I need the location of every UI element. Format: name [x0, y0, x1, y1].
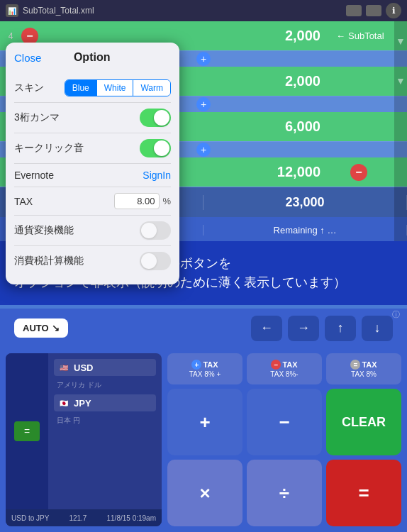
tax-minus-label: TAX: [282, 360, 297, 369]
skin-white-btn[interactable]: White: [97, 80, 134, 96]
info-button[interactable]: ℹ: [386, 3, 401, 18]
tax-calc-toggle[interactable]: [140, 252, 171, 270]
currency-toggle-thumb: [141, 223, 157, 238]
display-icon-box: =: [14, 421, 40, 441]
arrow-left-icon: ←: [336, 31, 345, 41]
skin-warm-btn[interactable]: Warm: [133, 80, 170, 96]
button-panel: + TAX TAX 8% + − TAX TAX 8%- = TAX: [167, 353, 401, 526]
side-strip: ▼ ▼: [394, 21, 407, 241]
pct-label: %: [162, 196, 171, 206]
skin-label: スキン: [14, 82, 44, 94]
comma-label: 3桁カンマ: [14, 111, 60, 124]
equals-btn[interactable]: =: [326, 460, 401, 526]
from-currency-label: USD: [74, 362, 93, 373]
window-title: SubTotal_Total.xml: [23, 6, 342, 16]
tax-input-wrapper: %: [114, 193, 171, 209]
arrow-right-btn[interactable]: →: [288, 316, 319, 341]
tax-calc-toggle-thumb: [141, 253, 157, 269]
tax-label: TAX: [14, 196, 33, 207]
keysound-label: キークリック音: [14, 142, 84, 155]
comma-toggle[interactable]: [140, 109, 171, 127]
display-bottom: USD to JPY 121.7 11/8/15 0:19am: [6, 509, 162, 526]
remaining-label: Remaining ↑ …: [203, 225, 407, 235]
main-area: 4 − 2,000 ← SubTotal + 2 − 2,000 + 3 − 6…: [0, 21, 407, 532]
tax-minus-sub: TAX 8%-: [270, 370, 298, 378]
tax-btn-row: + TAX TAX 8% + − TAX TAX 8%- = TAX: [167, 353, 401, 384]
currency-toggle[interactable]: [140, 221, 171, 240]
plus-circle-btn-2[interactable]: +: [196, 97, 211, 111]
cell-value-1: 2,000: [38, 28, 329, 44]
arrow-left-btn[interactable]: ←: [251, 316, 282, 341]
rate-date: 11/8/15 0:19am: [106, 514, 156, 522]
rate-value: 121.7: [69, 514, 87, 522]
tax-plus-sub: TAX 8% +: [189, 370, 221, 378]
side-arrow-down2: ▼: [396, 75, 406, 87]
tax-minus-icon: −: [271, 360, 281, 370]
minus-btn-1[interactable]: −: [21, 28, 38, 45]
app-icon: 📊: [6, 4, 18, 17]
currency-label: 通貨変換機能: [14, 224, 74, 237]
auto-arrow-icon: ↘: [52, 323, 60, 333]
signin-link[interactable]: SignIn: [143, 170, 171, 181]
skin-btn-group: Blue White Warm: [65, 79, 171, 96]
multiply-btn[interactable]: ×: [167, 460, 242, 526]
to-currency-sub: 日本 円: [54, 416, 156, 426]
tax-eq-icon: =: [350, 360, 360, 370]
tax-eq-label: TAX: [362, 360, 377, 369]
tax-calc-row: 消費税計算機能: [14, 246, 171, 276]
tax-minus-btn[interactable]: − TAX TAX 8%-: [247, 353, 322, 384]
keysound-toggle[interactable]: [140, 139, 171, 157]
main-btn-row-1: + − CLEAR: [167, 389, 401, 455]
skin-blue-btn[interactable]: Blue: [65, 80, 97, 96]
minus-btn[interactable]: −: [247, 389, 322, 455]
arrow-down-btn[interactable]: ↓: [362, 316, 393, 341]
side-arrow-down: ▼: [396, 35, 406, 47]
minus-btn-4b[interactable]: −: [350, 164, 367, 181]
tax-eq-btn[interactable]: = TAX TAX 8%: [326, 353, 401, 384]
row-num: 4: [0, 31, 21, 41]
arrow-up-btn[interactable]: ↑: [325, 316, 356, 341]
tax-eq-sub: TAX 8%: [351, 370, 377, 378]
skin-row: スキン Blue White Warm: [14, 74, 171, 103]
arrow-area: AUTO ↘ ← → ↑ ↓: [0, 309, 407, 348]
comma-toggle-thumb: [154, 110, 169, 126]
auto-button[interactable]: AUTO ↘: [14, 318, 68, 338]
display-top: = 🇺🇸 USD アメリカ ドル 🇯🇵 JPY 日本 円: [6, 353, 162, 509]
close-button[interactable]: Close: [14, 52, 41, 64]
display-left: =: [6, 353, 48, 509]
top-bar: 📊 SubTotal_Total.xml ℹ: [0, 0, 407, 21]
from-currency-sub: アメリカ ドル: [54, 380, 156, 390]
calc-area: = 🇺🇸 USD アメリカ ドル 🇯🇵 JPY 日本 円 USD to: [0, 348, 407, 532]
to-currency-row: 🇯🇵 JPY: [54, 394, 156, 411]
display-right: 🇺🇸 USD アメリカ ドル 🇯🇵 JPY 日本 円: [48, 353, 162, 509]
plus-circle-btn-3[interactable]: +: [196, 143, 211, 157]
total-right-value: 23,000: [285, 195, 324, 210]
maximize-btn[interactable]: [366, 5, 381, 16]
main-btn-row-2: × ÷ =: [167, 460, 401, 526]
minimize-btn[interactable]: [346, 5, 362, 16]
display-panel: = 🇺🇸 USD アメリカ ドル 🇯🇵 JPY 日本 円 USD to: [6, 353, 162, 526]
plus-circle-btn-1[interactable]: +: [196, 52, 211, 66]
divide-btn[interactable]: ÷: [247, 460, 322, 526]
jpy-flag: 🇯🇵: [58, 397, 69, 409]
keysound-row: キークリック音: [14, 133, 171, 164]
evernote-label: Evernote: [14, 170, 54, 181]
option-dialog: Close Option スキン Blue White Warm 3桁カンマ キ…: [6, 43, 179, 284]
plus-btn[interactable]: +: [167, 389, 242, 455]
to-currency-label: JPY: [74, 398, 91, 409]
calc-info-icon[interactable]: ⓘ: [392, 309, 400, 320]
tax-input[interactable]: [114, 193, 160, 209]
from-currency-row: 🇺🇸 USD: [54, 359, 156, 376]
total-right-cell: 23,000: [203, 195, 407, 210]
clear-btn[interactable]: CLEAR: [326, 389, 401, 455]
dialog-title: Option: [74, 51, 111, 64]
evernote-row: Evernote SignIn: [14, 164, 171, 187]
arrow-btn-group: ← → ↑ ↓: [251, 316, 393, 341]
dialog-header: Close Option: [14, 51, 171, 64]
auto-label: AUTO: [23, 323, 49, 333]
usd-flag: 🇺🇸: [58, 362, 69, 373]
tax-row: TAX %: [14, 187, 171, 216]
keysound-toggle-thumb: [154, 140, 169, 156]
tax-calc-label: 消費税計算機能: [14, 255, 84, 267]
tax-plus-btn[interactable]: + TAX TAX 8% +: [167, 353, 242, 384]
